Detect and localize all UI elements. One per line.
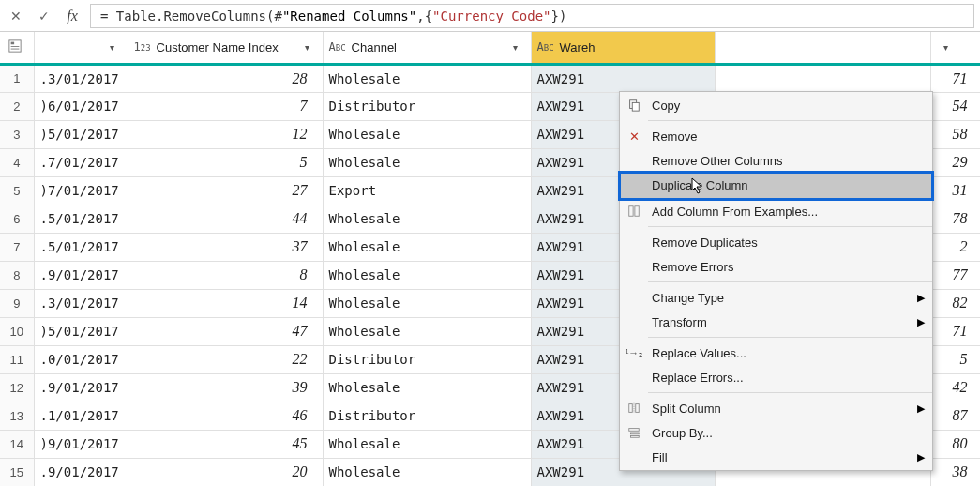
row-number[interactable]: 12 (0, 373, 34, 402)
cell-channel[interactable]: Wholesale (323, 148, 531, 176)
cell-customer-index[interactable]: 5 (128, 148, 323, 176)
menu-copy[interactable]: Copy (620, 93, 932, 117)
cell-value[interactable]: 87 (930, 402, 980, 430)
cell-customer-index[interactable]: 39 (128, 373, 323, 402)
cell-value[interactable]: 31 (930, 176, 980, 205)
cell-value[interactable]: 82 (930, 289, 980, 317)
row-number[interactable]: 1 (0, 64, 34, 92)
cell-value[interactable]: 2 (930, 233, 980, 261)
cell-date[interactable]: )5/01/2017 (34, 120, 128, 148)
cell-channel[interactable]: Wholesale (323, 233, 531, 261)
cell-value[interactable]: 71 (930, 317, 980, 345)
menu-add-from-examples[interactable]: Add Column From Examples... (620, 199, 932, 223)
cell-value[interactable]: 80 (930, 430, 980, 458)
cell-customer-index[interactable]: 28 (128, 64, 323, 92)
column-header-value[interactable]: ▾ (930, 32, 980, 64)
cancel-formula-icon[interactable]: ✕ (2, 2, 30, 30)
menu-duplicate-column[interactable]: Duplicate Column (620, 173, 932, 199)
row-number[interactable]: 11 (0, 345, 34, 373)
cell-channel[interactable]: Wholesale (323, 458, 531, 486)
column-header-warehouse[interactable]: ABC Wareh (531, 32, 715, 64)
row-number[interactable]: 8 (0, 261, 34, 289)
cell-date[interactable]: .3/01/2017 (34, 289, 128, 317)
chevron-down-icon[interactable]: ▾ (298, 42, 317, 53)
cell-date[interactable]: )9/01/2017 (34, 430, 128, 458)
cell-customer-index[interactable]: 14 (128, 289, 323, 317)
menu-change-type[interactable]: Change Type ▶ (620, 285, 932, 310)
cell-value[interactable]: 29 (930, 148, 980, 176)
chevron-down-icon[interactable]: ▾ (937, 42, 956, 53)
menu-remove[interactable]: ✕ Remove (620, 124, 932, 148)
cell-date[interactable]: .0/01/2017 (34, 345, 128, 373)
cell-channel[interactable]: Wholesale (323, 289, 531, 317)
column-header-hidden[interactable] (715, 32, 930, 64)
menu-fill[interactable]: Fill ▶ (620, 445, 932, 469)
table-menu-icon[interactable] (6, 39, 24, 54)
menu-transform[interactable]: Transform ▶ (620, 310, 932, 334)
cell-customer-index[interactable]: 44 (128, 205, 323, 233)
cell-channel[interactable]: Wholesale (323, 120, 531, 148)
row-number[interactable]: 6 (0, 205, 34, 233)
cell-value[interactable]: 58 (930, 120, 980, 148)
cell-customer-index[interactable]: 47 (128, 317, 323, 345)
cell-date[interactable]: .5/01/2017 (34, 205, 128, 233)
row-number[interactable]: 2 (0, 92, 34, 120)
cell-customer-index[interactable]: 27 (128, 176, 323, 205)
cell-customer-index[interactable]: 20 (128, 458, 323, 486)
chevron-down-icon[interactable]: ▾ (103, 42, 122, 53)
accept-formula-icon[interactable]: ✓ (30, 2, 58, 30)
menu-group-by[interactable]: Group By... (620, 420, 932, 445)
cell-channel[interactable]: Distributor (323, 402, 531, 430)
cell-date[interactable]: )7/01/2017 (34, 176, 128, 205)
row-number[interactable]: 9 (0, 289, 34, 317)
cell-channel[interactable]: Wholesale (323, 261, 531, 289)
cell-value[interactable]: 77 (930, 261, 980, 289)
cell-value[interactable]: 5 (930, 345, 980, 373)
menu-remove-duplicates[interactable]: Remove Duplicates (620, 230, 932, 254)
cell-date[interactable]: .5/01/2017 (34, 233, 128, 261)
cell-hidden[interactable] (715, 64, 930, 92)
menu-replace-errors[interactable]: Replace Errors... (620, 365, 932, 389)
column-header-date[interactable]: ▾ (34, 32, 128, 64)
cell-channel[interactable]: Distributor (323, 92, 531, 120)
cell-customer-index[interactable]: 22 (128, 345, 323, 373)
row-number[interactable]: 4 (0, 148, 34, 176)
cell-value[interactable]: 38 (930, 458, 980, 486)
cell-channel[interactable]: Wholesale (323, 64, 531, 92)
menu-remove-errors[interactable]: Remove Errors (620, 254, 932, 279)
menu-split-column[interactable]: Split Column ▶ (620, 396, 932, 420)
table-row[interactable]: 1 .3/01/2017 28 Wholesale AXW291 71 (0, 64, 980, 92)
row-number[interactable]: 15 (0, 458, 34, 486)
row-number[interactable]: 7 (0, 233, 34, 261)
cell-customer-index[interactable]: 45 (128, 430, 323, 458)
row-number[interactable]: 13 (0, 402, 34, 430)
cell-channel[interactable]: Distributor (323, 345, 531, 373)
cell-date[interactable]: .7/01/2017 (34, 148, 128, 176)
cell-customer-index[interactable]: 7 (128, 92, 323, 120)
cell-value[interactable]: 42 (930, 373, 980, 402)
cell-channel[interactable]: Wholesale (323, 430, 531, 458)
cell-date[interactable]: .9/01/2017 (34, 261, 128, 289)
column-header-customer-index[interactable]: 123 Customer Name Index ▾ (128, 32, 323, 64)
cell-customer-index[interactable]: 46 (128, 402, 323, 430)
cell-warehouse[interactable]: AXW291 (531, 64, 715, 92)
cell-value[interactable]: 71 (930, 64, 980, 92)
cell-date[interactable]: )5/01/2017 (34, 317, 128, 345)
cell-customer-index[interactable]: 8 (128, 261, 323, 289)
chevron-down-icon[interactable]: ▾ (506, 42, 525, 53)
row-number[interactable]: 14 (0, 430, 34, 458)
cell-channel[interactable]: Wholesale (323, 317, 531, 345)
row-header-corner[interactable] (0, 32, 34, 64)
cell-value[interactable]: 54 (930, 92, 980, 120)
formula-input[interactable]: = Table.RemoveColumns(#"Renamed Columns"… (90, 4, 974, 28)
column-header-channel[interactable]: ABC Channel ▾ (323, 32, 531, 64)
cell-date[interactable]: .9/01/2017 (34, 373, 128, 402)
cell-channel[interactable]: Wholesale (323, 205, 531, 233)
cell-date[interactable]: .3/01/2017 (34, 64, 128, 92)
menu-remove-other[interactable]: Remove Other Columns (620, 148, 932, 173)
cell-value[interactable]: 78 (930, 205, 980, 233)
cell-customer-index[interactable]: 12 (128, 120, 323, 148)
fx-icon[interactable]: fx (58, 2, 86, 30)
cell-channel[interactable]: Wholesale (323, 373, 531, 402)
cell-channel[interactable]: Export (323, 176, 531, 205)
